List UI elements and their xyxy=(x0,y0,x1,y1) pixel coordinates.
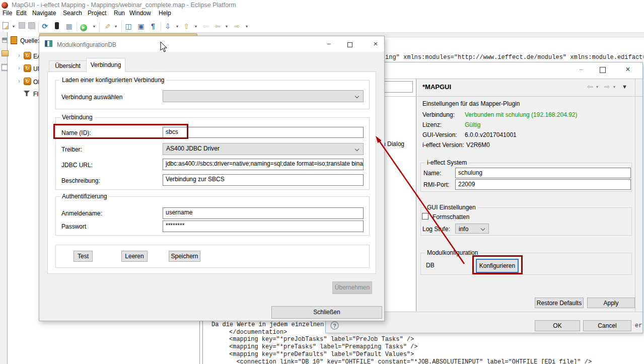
restore-defaults-button[interactable]: Restore Defaults xyxy=(535,298,584,308)
eclipse-logo-icon xyxy=(2,2,8,9)
log-stufe-select[interactable]: info xyxy=(455,224,489,234)
pref-row-label: Verbindung: xyxy=(422,111,455,118)
module-db-label: DB xyxy=(426,262,435,269)
pen-icon[interactable]: ✎ xyxy=(103,22,111,31)
gui-group: GUI Einstellungen xyxy=(420,207,632,236)
pref-maximize-button[interactable] xyxy=(600,67,606,75)
forward-icon[interactable]: ⇨ xyxy=(233,22,242,31)
import-icon[interactable]: ⇩ xyxy=(163,22,172,31)
pref-row-value: Gültig xyxy=(465,121,480,128)
save-icon[interactable] xyxy=(17,22,26,31)
refresh-icon[interactable]: ⟳ xyxy=(40,22,49,31)
source-panel-title: Quelle: xyxy=(20,37,39,44)
test-button[interactable]: Test xyxy=(74,251,93,262)
back-icon[interactable]: ⇦ xyxy=(213,22,222,31)
tree-expander-icon[interactable]: › xyxy=(18,52,20,59)
schliessen-button[interactable]: Schließen xyxy=(271,306,382,319)
pref-tree-item-fragment[interactable]: n Dialog xyxy=(382,140,404,148)
tree-item-icon: ↻ xyxy=(24,52,31,59)
pref-close-button[interactable]: × xyxy=(623,65,633,74)
pref-row-value: V2R6M0 xyxy=(466,141,490,149)
save-all-icon[interactable] xyxy=(27,22,36,31)
fastview-doc-icon[interactable] xyxy=(2,64,8,71)
pref-back-icon[interactable]: ⇦ xyxy=(587,83,593,91)
help-icon[interactable]: ? xyxy=(330,321,339,330)
menu-search[interactable]: Search xyxy=(63,10,82,17)
menu-navigate[interactable]: Navigate xyxy=(32,10,56,17)
menu-file[interactable]: File xyxy=(3,10,12,17)
pref-sash[interactable] xyxy=(416,79,416,311)
pref-intro: Einstellungen für das Mapper-Plugin xyxy=(422,100,520,107)
pref-row-value: Verbunden mit schulung (192.168.204.92) xyxy=(465,111,578,118)
run-dropdown-icon[interactable]: ▾ xyxy=(92,24,96,29)
db-dialog-icon xyxy=(45,40,52,47)
editor-line: <mapping key="*preDefaults" label="Defau… xyxy=(229,351,414,358)
export-dropdown-icon[interactable]: ▾ xyxy=(194,24,198,29)
db-minimize-button[interactable]: – xyxy=(324,40,334,47)
new-wizard-icon[interactable] xyxy=(1,22,10,31)
editor-top-line: ing" xmlns:modules="http://www.ieffect.d… xyxy=(385,54,644,61)
passwort-input[interactable]: ******** xyxy=(163,221,364,232)
open-declaration-icon[interactable]: ◫ xyxy=(124,22,133,31)
gui-group-title: GUI Einstellungen xyxy=(425,204,478,211)
tab-verbindung[interactable]: Verbindung xyxy=(86,58,125,72)
db-dialog: ModulkonfigurationDB – × Übersicht Verbi… xyxy=(39,36,385,321)
export-icon[interactable]: ⇧ xyxy=(182,22,191,31)
leeren-button[interactable]: Leeren xyxy=(121,251,148,262)
treiber-select[interactable]: AS400 JDBC Driver xyxy=(163,143,364,155)
editor-right-fragment: er xyxy=(635,322,642,329)
name-id-input[interactable]: sbcs xyxy=(163,127,364,138)
show-source-icon[interactable]: ▣ xyxy=(136,22,146,31)
system-name-label: Name: xyxy=(423,170,441,177)
pref-minimize-button[interactable]: – xyxy=(576,65,586,73)
tree-item-icon: ↻ xyxy=(24,64,31,72)
pref-view-menu-icon[interactable]: ▼ xyxy=(622,84,627,90)
back-faded-icon[interactable]: ⇦ xyxy=(201,22,210,31)
jdbc-url-input[interactable]: jdbc:as400://sbcs;driver=native;naming=s… xyxy=(163,159,364,170)
import-dropdown-icon[interactable]: ▾ xyxy=(175,24,179,29)
actions-group xyxy=(55,245,370,268)
pref-row-label: Lizenz: xyxy=(422,121,442,128)
db-maximize-button[interactable] xyxy=(347,42,352,49)
uebernehmen-button[interactable]: Übernehmen xyxy=(332,281,372,294)
db-close-button[interactable]: × xyxy=(371,39,381,48)
back-dropdown-icon[interactable]: ▾ xyxy=(225,24,229,29)
auth-group-title: Authentifizierung xyxy=(60,193,109,200)
annotation-box-konfigurieren xyxy=(472,255,523,274)
database-icon[interactable] xyxy=(52,22,61,31)
tree-expander-icon[interactable]: › xyxy=(18,64,20,71)
menu-project[interactable]: Project xyxy=(88,10,106,17)
menu-window[interactable]: Window xyxy=(129,10,151,17)
tree-expander-icon[interactable]: › xyxy=(18,78,20,85)
pref-back-dropdown-icon[interactable]: ▾ xyxy=(596,85,598,89)
menu-help[interactable]: Help xyxy=(159,10,171,17)
system-port-label: RMI-Port: xyxy=(423,181,449,188)
pref-forward-dropdown-icon[interactable]: ▾ xyxy=(613,85,615,89)
anmeldename-input[interactable]: username xyxy=(163,207,364,219)
fastview-folder-icon[interactable] xyxy=(2,50,9,56)
paragraph-icon[interactable]: ¶ xyxy=(149,22,158,31)
source-panel-header-icon xyxy=(11,36,17,44)
select-connection-select[interactable] xyxy=(163,90,364,102)
run-icon[interactable]: ▶ xyxy=(79,22,88,31)
speichern-button[interactable]: Speichern xyxy=(169,251,200,262)
table-icon[interactable]: ▦ xyxy=(64,22,74,31)
new-wizard-dropdown-icon[interactable]: ▾ xyxy=(12,24,16,29)
menu-run[interactable]: Run xyxy=(114,10,125,17)
cancel-button[interactable]: Cancel xyxy=(583,320,631,331)
system-port-input[interactable]: 22009 xyxy=(455,179,631,190)
formschatten-checkbox[interactable] xyxy=(422,213,428,220)
beschreibung-input[interactable]: Verbindung zur SBCS xyxy=(163,174,364,186)
pref-forward-icon[interactable]: ⇨ xyxy=(604,83,610,91)
formschatten-label[interactable]: Formschatten xyxy=(433,213,469,221)
pref-row-label: i-effect Version: xyxy=(422,141,464,149)
ok-button[interactable]: OK xyxy=(535,320,580,331)
menu-edit[interactable]: Edit xyxy=(16,10,27,17)
apply-button[interactable]: Apply xyxy=(587,298,635,308)
system-name-input[interactable]: schulung xyxy=(455,168,631,178)
editor-line: Da die Werte in jedem einzelnen xyxy=(211,321,324,328)
pen-dropdown-icon[interactable]: ▾ xyxy=(114,24,118,29)
fastview-restore-icon[interactable]: ⬒ xyxy=(2,36,8,43)
forward-dropdown-icon[interactable]: ▾ xyxy=(245,24,249,29)
tab-uebersicht[interactable]: Übersicht xyxy=(49,60,87,72)
